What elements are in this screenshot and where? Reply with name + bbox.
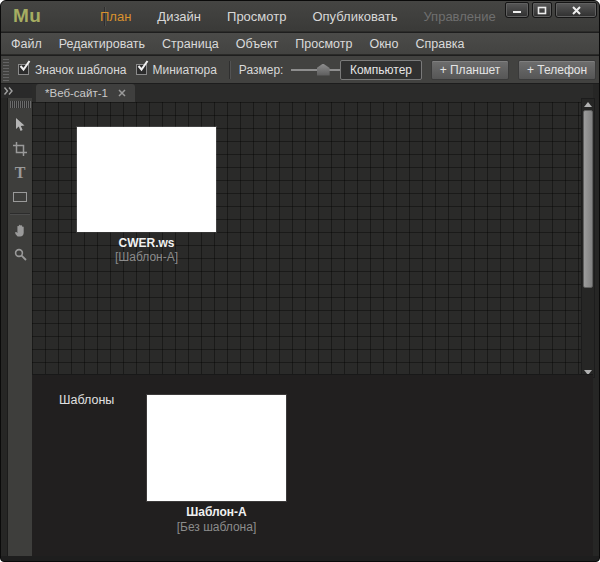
close-button[interactable] — [555, 2, 597, 18]
check-icon — [19, 60, 31, 72]
toolbar-divider — [229, 61, 230, 79]
hand-icon — [13, 223, 28, 238]
window-controls — [505, 2, 597, 18]
hand-tool-button[interactable] — [9, 220, 31, 241]
tool-panel: T — [7, 98, 32, 556]
plan-canvas[interactable]: CWER.ws [Шаблон-А] — [32, 102, 581, 374]
options-toolbar: Значок шаблона Миниатюра Размер: Компьют… — [1, 56, 599, 84]
toolbar-grip[interactable] — [3, 59, 9, 81]
scrollbar-thumb[interactable] — [583, 110, 593, 288]
layout-buttons: Компьютер + Планшет + Телефон — [340, 60, 596, 80]
master-page-thumbnail[interactable] — [147, 395, 286, 501]
sidebar-header — [1, 84, 32, 98]
check-icon — [137, 60, 149, 72]
menu-page[interactable]: Страница — [160, 37, 221, 51]
mode-tab-plan[interactable]: План — [87, 9, 144, 24]
masters-section-label: Шаблоны — [59, 393, 114, 407]
add-phone-layout-button[interactable]: + Телефон — [518, 60, 596, 80]
minimize-icon — [512, 6, 522, 14]
minimize-button[interactable] — [505, 2, 529, 18]
vertical-scrollbar[interactable] — [581, 98, 595, 378]
maximize-button[interactable] — [532, 2, 552, 18]
mode-tabs: План Дизайн Просмотр Опубликовать Управл… — [87, 1, 509, 32]
app-window: Mu План Дизайн Просмотр Опубликовать Упр… — [0, 0, 600, 562]
crop-icon — [13, 142, 27, 156]
tab-close-icon[interactable] — [118, 89, 126, 97]
checkbox-template-icon[interactable]: Значок шаблона — [18, 63, 127, 77]
menu-edit[interactable]: Редактировать — [57, 37, 147, 51]
document-tab[interactable]: *Веб-сайт-1 — [36, 84, 135, 102]
main-area: T — [1, 84, 599, 556]
page-title[interactable]: CWER.ws — [77, 236, 216, 250]
checkbox-thumbnail[interactable]: Миниатюра — [136, 63, 217, 77]
desktop-layout-button[interactable]: Компьютер — [340, 60, 422, 80]
checkbox-label: Значок шаблона — [35, 63, 127, 77]
close-icon — [572, 6, 581, 15]
zoom-tool-button[interactable] — [9, 244, 31, 265]
mode-tab-preview[interactable]: Просмотр — [214, 9, 299, 24]
checkbox-label: Миниатюра — [153, 63, 217, 77]
mode-tab-design[interactable]: Дизайн — [144, 9, 214, 24]
mode-tab-publish[interactable]: Опубликовать — [299, 9, 410, 24]
menu-window[interactable]: Окно — [367, 37, 400, 51]
text-tool-icon: T — [15, 165, 26, 181]
expand-panel-icon[interactable] — [3, 87, 14, 95]
mode-tab-manage: Управление — [410, 9, 508, 24]
crop-tool-button[interactable] — [9, 138, 31, 159]
menu-object[interactable]: Объект — [234, 37, 281, 51]
document-tab-label: *Веб-сайт-1 — [45, 87, 108, 99]
menu-help[interactable]: Справка — [413, 37, 466, 51]
panel-grip[interactable] — [10, 101, 31, 108]
arrow-up-icon — [584, 102, 592, 107]
scroll-up-button[interactable] — [582, 99, 594, 109]
master-page-subtitle[interactable]: [Без шаблона] — [147, 520, 286, 534]
checkbox-box[interactable] — [18, 64, 29, 75]
page-master-label[interactable]: [Шаблон-А] — [77, 250, 216, 264]
size-label: Размер: — [239, 63, 284, 77]
master-page-title[interactable]: Шаблон-А — [147, 505, 286, 519]
page-thumbnail[interactable] — [77, 127, 216, 232]
menubar: Файл Редактировать Страница Объект Просм… — [1, 33, 599, 55]
document-tabs: *Веб-сайт-1 — [32, 84, 593, 102]
checkbox-box[interactable] — [136, 64, 147, 75]
selection-tool-button[interactable] — [9, 114, 31, 135]
rectangle-tool-button[interactable] — [9, 186, 31, 207]
titlebar: Mu План Дизайн Просмотр Опубликовать Упр… — [1, 1, 599, 32]
tools-sidebar: T — [1, 84, 32, 556]
menu-view[interactable]: Просмотр — [293, 37, 354, 51]
menu-file[interactable]: Файл — [9, 37, 44, 51]
magnifier-icon — [14, 248, 27, 261]
tools-list: T — [8, 114, 32, 265]
rectangle-icon — [13, 192, 27, 202]
add-tablet-layout-button[interactable]: + Планшет — [431, 60, 509, 80]
slider-thumb[interactable] — [317, 64, 330, 76]
text-tool-button[interactable]: T — [9, 162, 31, 183]
selection-arrow-icon — [14, 118, 26, 132]
maximize-icon — [537, 6, 547, 15]
masters-section: Шаблоны Шаблон-А [Без шаблона] — [32, 374, 593, 556]
tools-divider — [10, 213, 30, 214]
app-logo: Mu — [13, 5, 41, 27]
